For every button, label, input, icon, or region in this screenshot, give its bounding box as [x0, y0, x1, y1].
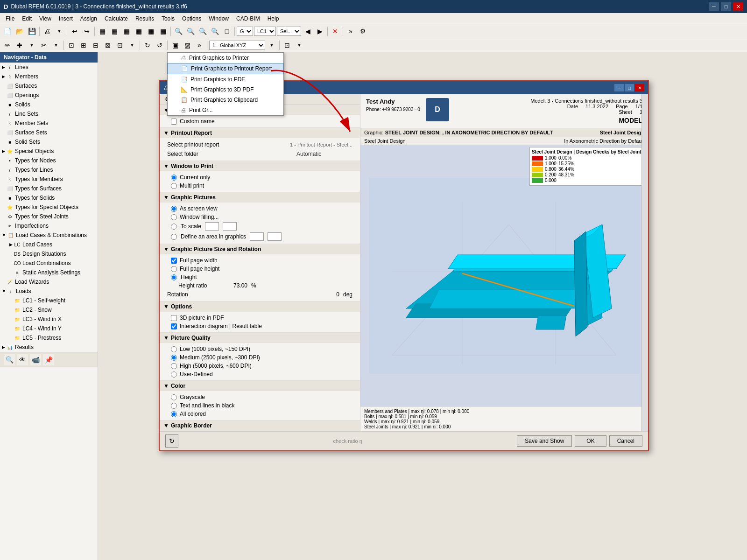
tb-btn9[interactable]: 🔍 — [197, 26, 208, 37]
dropdown-item-printer[interactable]: 🖨 Print Graphics to Printer — [168, 53, 283, 63]
menu-assign[interactable]: Assign — [77, 13, 101, 24]
arrow-left-btn[interactable]: ◀ — [302, 26, 313, 37]
menu-view[interactable]: View — [35, 13, 55, 24]
tb-btn1[interactable]: ▦ — [97, 26, 108, 37]
section-graphic-pictures-header[interactable]: ▼ Graphic Pictures — [160, 192, 360, 203]
sidebar-item-solid-sets[interactable]: ▶ ■ Solid Sets — [0, 137, 98, 147]
gp-scale-input2[interactable] — [223, 222, 237, 231]
tb-btn6[interactable]: ▦ — [157, 26, 169, 37]
tb2-display-more[interactable]: ▼ — [294, 40, 305, 51]
tb2-btn8[interactable]: ⊟ — [90, 40, 101, 51]
sidebar-item-static-analysis[interactable]: ▶ ≡ Static Analysis Settings — [0, 268, 98, 277]
tb2-more[interactable]: » — [194, 40, 205, 51]
save-btn[interactable]: 💾 — [26, 26, 37, 37]
sidebar-item-member-sets[interactable]: ▶ ⌇ Member Sets — [0, 119, 98, 128]
refresh-button[interactable]: ↻ — [165, 434, 178, 448]
sidebar-item-lc1[interactable]: ▶ 📁 LC1 - Self-weight — [0, 296, 98, 305]
arrow-right-btn[interactable]: ▶ — [314, 26, 325, 37]
tb2-btn5[interactable]: ▼ — [50, 40, 62, 51]
tb2-btn11[interactable]: ▼ — [127, 40, 138, 51]
tb2-xyz-more[interactable]: ▼ — [266, 40, 277, 51]
dropdown-item-pdf[interactable]: 📑 Print Graphics to PDF — [168, 74, 283, 84]
menu-calculate[interactable]: Calculate — [101, 13, 132, 24]
sidebar-item-imperfections[interactable]: ▶ ≈ Imperfections — [0, 221, 98, 231]
gp-define-area-radio[interactable] — [171, 234, 177, 240]
print-btn[interactable]: 🖨 — [42, 26, 53, 37]
quality-medium-radio[interactable] — [171, 355, 177, 361]
section-size-rotation-header[interactable]: ▼ Graphic Picture Size and Rotation — [160, 244, 360, 254]
menu-insert[interactable]: Insert — [55, 13, 77, 24]
gp-area-input1[interactable] — [250, 232, 264, 241]
preview-scrollbar[interactable] — [641, 94, 648, 431]
full-page-height-radio[interactable] — [171, 266, 177, 272]
open-btn[interactable]: 📂 — [14, 26, 25, 37]
full-page-width-checkbox[interactable] — [171, 258, 177, 264]
color-grayscale-radio[interactable] — [171, 394, 177, 400]
minimize-button[interactable]: ─ — [709, 2, 719, 11]
dropdown-item-clipboard[interactable]: 📋 Print Graphics to Clipboard — [168, 95, 283, 105]
sidebar-item-lc2[interactable]: ▶ 📁 LC2 - Snow — [0, 305, 98, 315]
tb2-display-btn[interactable]: ⊡ — [282, 40, 293, 51]
tb2-frame1[interactable]: ▣ — [169, 40, 181, 51]
tb-btn8[interactable]: 🔍 — [185, 26, 196, 37]
menu-edit[interactable]: Edit — [18, 13, 35, 24]
tb-btn11[interactable]: □ — [221, 26, 233, 37]
menu-help[interactable]: Help — [264, 13, 283, 24]
toolbar-combo-g[interactable]: G — [237, 27, 253, 36]
sidebar-item-loads[interactable]: ▼ ↓ Loads — [0, 287, 98, 296]
dialog-close-btn[interactable]: ✕ — [635, 84, 644, 91]
sidebar-item-lc5[interactable]: ▶ 📁 LC5 - Prestress — [0, 333, 98, 343]
delete-btn[interactable]: ✕ — [330, 26, 341, 37]
tb-btn7[interactable]: 🔍 — [173, 26, 184, 37]
quality-high-radio[interactable] — [171, 363, 177, 369]
tb2-rotate1[interactable]: ↻ — [142, 40, 153, 51]
dropdown-item-printout-report[interactable]: 📄 Print Graphics to Printout Report — [168, 63, 283, 74]
sidebar-item-types-members[interactable]: ▶ ⌇ Types for Members — [0, 175, 98, 184]
window-multi-radio[interactable] — [171, 183, 177, 189]
3d-pdf-checkbox[interactable] — [171, 315, 177, 321]
sidebar-item-members[interactable]: ▶ ⌇ Members — [0, 72, 98, 81]
tb2-rotate2[interactable]: ↺ — [154, 40, 165, 51]
color-all-radio[interactable] — [171, 411, 177, 417]
quality-low-radio[interactable] — [171, 346, 177, 352]
tb2-btn9[interactable]: ⊠ — [102, 40, 113, 51]
height-radio[interactable] — [171, 274, 177, 280]
sidebar-item-openings[interactable]: ▶ ⬜ Openings — [0, 91, 98, 100]
sidebar-search-btn[interactable]: 🔍 — [4, 354, 15, 365]
dropdown-item-3d-pdf[interactable]: 📐 Print Graphics to 3D PDF — [168, 84, 283, 95]
menu-window[interactable]: Window — [205, 13, 233, 24]
redo-btn[interactable]: ↪ — [81, 26, 92, 37]
sidebar-eye-btn[interactable]: 👁 — [17, 354, 28, 365]
toolbar-combo-sel[interactable]: Sel... — [277, 27, 301, 36]
ok-button[interactable]: OK — [575, 435, 606, 447]
dropdown-item-print-gr[interactable]: 🖨 Print Gr... — [168, 105, 283, 115]
tb-btn3[interactable]: ▦ — [121, 26, 132, 37]
sidebar-item-types-steel[interactable]: ▶ ⚙ Types for Steel Joints — [0, 212, 98, 221]
print-menu-btn[interactable]: ▼ — [54, 26, 65, 37]
sidebar-item-types-lines[interactable]: ▶ / Types for Lines — [0, 165, 98, 175]
gp-to-scale-radio[interactable] — [171, 224, 177, 230]
tb-btn10[interactable]: 🔍 — [209, 26, 220, 37]
sidebar-item-types-solids[interactable]: ▶ ■ Types for Solids — [0, 193, 98, 203]
tb-btn5[interactable]: ▦ — [145, 26, 156, 37]
sidebar-item-load-cases-sub[interactable]: ▶ LC Load Cases — [0, 240, 98, 249]
section-graphic-border-header[interactable]: ▼ Graphic Border — [160, 420, 360, 431]
sidebar-item-lc3[interactable]: ▶ 📁 LC3 - Wind in X — [0, 315, 98, 324]
gp-area-input2[interactable] — [268, 232, 282, 241]
tb2-btn2[interactable]: ✚ — [14, 40, 25, 51]
undo-btn[interactable]: ↩ — [69, 26, 80, 37]
section-color-header[interactable]: ▼ Color — [160, 381, 360, 391]
sidebar-item-line-sets[interactable]: ▶ / Line Sets — [0, 109, 98, 119]
tb2-btn10[interactable]: ⊡ — [114, 40, 126, 51]
close-button[interactable]: ✕ — [733, 2, 743, 11]
tb-btn4[interactable]: ▦ — [133, 26, 144, 37]
tb2-frame2[interactable]: ▨ — [182, 40, 193, 51]
tb2-btn4[interactable]: ✂ — [38, 40, 49, 51]
sidebar-item-results[interactable]: ▶ 📊 Results — [0, 343, 98, 352]
save-show-button[interactable]: Save and Show — [517, 435, 572, 447]
section-options-header[interactable]: ▼ Options — [160, 301, 360, 312]
toolbar-combo-lc[interactable]: LC1 — [254, 27, 276, 36]
sidebar-item-load-cases[interactable]: ▼ 📋 Load Cases & Combinations — [0, 231, 98, 240]
tb2-btn6[interactable]: ⊡ — [66, 40, 77, 51]
gp-screen-view-radio[interactable] — [171, 206, 177, 212]
